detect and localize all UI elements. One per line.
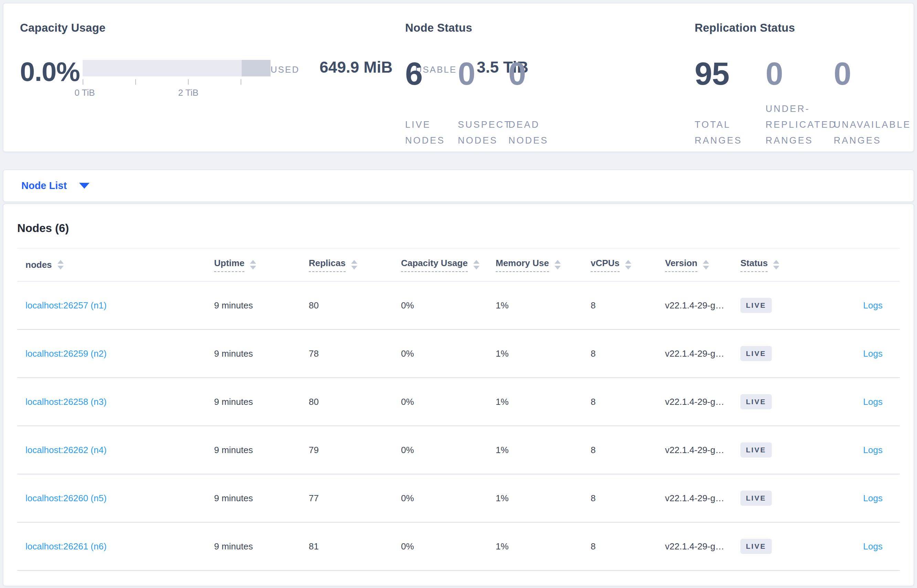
logs-cell: Logs xyxy=(813,493,900,504)
capacity-usage-section: Capacity Usage 0.0% 0 TiB 2 TiB USED xyxy=(20,21,381,149)
memory-cell: 1% xyxy=(496,397,591,407)
table-row: localhost:26257 (n1) 9 minutes 80 0% 1% … xyxy=(17,282,900,330)
column-header-vcpus-label: vCPUs xyxy=(591,258,620,272)
logs-link[interactable]: Logs xyxy=(863,300,883,310)
nodes-table-title: Nodes (6) xyxy=(17,221,900,235)
capacity-axis-label-2: 2 TiB xyxy=(178,87,198,98)
dead-nodes-value: 0 xyxy=(509,58,577,89)
capacity-used-value: 649.9 MiB xyxy=(320,58,392,76)
nodes-table-header: nodes Uptime Replicas Capacity Usage Mem… xyxy=(17,248,900,282)
memory-cell: 1% xyxy=(496,493,591,504)
suspect-nodes-label: SUSPECT NODES xyxy=(458,117,506,149)
replicas-cell: 80 xyxy=(309,397,401,407)
sort-icon xyxy=(473,260,479,270)
cluster-overview-card: Capacity Usage 0.0% 0 TiB 2 TiB USED xyxy=(3,3,914,152)
capacity-usage-title: Capacity Usage xyxy=(20,21,381,35)
dead-nodes-label: DEAD NODES xyxy=(509,117,557,149)
total-ranges-value: 95 xyxy=(695,58,765,89)
uptime-cell: 9 minutes xyxy=(214,541,309,552)
capacity-cell: 0% xyxy=(401,445,496,456)
uptime-cell: 9 minutes xyxy=(214,493,309,504)
capacity-axis-tick xyxy=(188,79,189,85)
node-name-cell: localhost:26258 (n3) xyxy=(17,397,214,407)
total-ranges-label: TOTAL RANGES xyxy=(695,117,750,149)
logs-link[interactable]: Logs xyxy=(863,493,883,503)
vcpus-cell: 8 xyxy=(591,493,665,504)
chevron-down-icon xyxy=(79,183,89,189)
logs-link[interactable]: Logs xyxy=(863,348,883,359)
logs-cell: Logs xyxy=(813,348,900,359)
column-header-replicas[interactable]: Replicas xyxy=(309,258,401,272)
column-header-memory-use-label: Memory Use xyxy=(496,258,549,272)
status-badge: LIVE xyxy=(740,346,772,361)
memory-cell: 1% xyxy=(496,445,591,456)
suspect-nodes-stat: 0 SUSPECT NODES xyxy=(458,58,509,149)
vcpus-cell: 8 xyxy=(591,445,665,456)
status-badge: LIVE xyxy=(740,443,772,457)
version-cell: v22.1.4-29-g… xyxy=(665,397,740,407)
capacity-axis-tick xyxy=(135,79,136,85)
column-header-nodes-label: nodes xyxy=(26,260,52,270)
uptime-cell: 9 minutes xyxy=(214,445,309,456)
table-row: localhost:26261 (n6) 9 minutes 81 0% 1% … xyxy=(17,523,900,571)
node-link[interactable]: localhost:26259 (n2) xyxy=(26,348,107,359)
logs-cell: Logs xyxy=(813,445,900,456)
logs-cell: Logs xyxy=(813,541,900,552)
status-cell: LIVE xyxy=(740,443,813,457)
memory-cell: 1% xyxy=(496,348,591,359)
version-cell: v22.1.4-29-g… xyxy=(665,300,740,311)
capacity-bar-track xyxy=(82,60,271,76)
logs-link[interactable]: Logs xyxy=(863,397,883,407)
capacity-cell: 0% xyxy=(401,541,496,552)
node-link[interactable]: localhost:26262 (n4) xyxy=(26,445,107,455)
column-header-uptime[interactable]: Uptime xyxy=(214,258,309,272)
sort-icon xyxy=(250,260,256,270)
replicas-cell: 78 xyxy=(309,348,401,359)
vcpus-cell: 8 xyxy=(591,397,665,407)
column-header-memory-use[interactable]: Memory Use xyxy=(496,258,591,272)
version-cell: v22.1.4-29-g… xyxy=(665,493,740,504)
capacity-axis-tick xyxy=(241,79,241,85)
logs-link[interactable]: Logs xyxy=(863,445,883,455)
column-header-capacity-usage[interactable]: Capacity Usage xyxy=(401,258,496,272)
sort-icon xyxy=(555,260,561,270)
status-badge: LIVE xyxy=(740,491,772,506)
capacity-used-label: USED xyxy=(271,65,299,75)
column-header-vcpus[interactable]: vCPUs xyxy=(591,258,665,272)
column-header-version[interactable]: Version xyxy=(665,258,740,272)
under-replicated-ranges-value: 0 xyxy=(765,58,834,89)
node-link[interactable]: localhost:26260 (n5) xyxy=(26,493,107,503)
node-name-cell: localhost:26257 (n1) xyxy=(17,300,214,311)
vcpus-cell: 8 xyxy=(591,348,665,359)
node-link[interactable]: localhost:26258 (n3) xyxy=(26,397,107,407)
node-list-dropdown-label: Node List xyxy=(21,180,67,191)
capacity-cell: 0% xyxy=(401,348,496,359)
sort-icon xyxy=(773,260,779,270)
total-ranges-stat: 95 TOTAL RANGES xyxy=(695,58,765,149)
node-status-title: Node Status xyxy=(405,21,681,35)
under-replicated-ranges-stat: 0 UNDER-REPLICATED RANGES xyxy=(765,58,834,149)
node-link[interactable]: localhost:26261 (n6) xyxy=(26,541,107,551)
uptime-cell: 9 minutes xyxy=(214,300,309,311)
status-badge: LIVE xyxy=(740,394,772,409)
column-header-status[interactable]: Status xyxy=(740,258,813,272)
node-list-dropdown[interactable]: Node List xyxy=(21,180,89,191)
status-cell: LIVE xyxy=(740,539,813,554)
node-status-section: Node Status 6 LIVE NODES 0 SUSPECT NODES… xyxy=(405,21,681,149)
column-header-replicas-label: Replicas xyxy=(309,258,345,272)
replication-status-section: Replication Status 95 TOTAL RANGES 0 UND… xyxy=(695,21,915,149)
capacity-cell: 0% xyxy=(401,397,496,407)
node-name-cell: localhost:26261 (n6) xyxy=(17,541,214,552)
version-cell: v22.1.4-29-g… xyxy=(665,445,740,456)
node-link[interactable]: localhost:26257 (n1) xyxy=(26,300,107,310)
column-header-nodes[interactable]: nodes xyxy=(17,260,214,270)
sort-icon xyxy=(58,260,64,270)
logs-link[interactable]: Logs xyxy=(863,541,883,551)
capacity-percent-value: 0.0% xyxy=(20,58,82,86)
unavailable-ranges-label: UNAVAILABLE RANGES xyxy=(834,117,915,149)
version-cell: v22.1.4-29-g… xyxy=(665,348,740,359)
status-cell: LIVE xyxy=(740,346,813,361)
live-nodes-value: 6 xyxy=(405,58,458,89)
logs-cell: Logs xyxy=(813,300,900,311)
status-badge: LIVE xyxy=(740,298,772,313)
